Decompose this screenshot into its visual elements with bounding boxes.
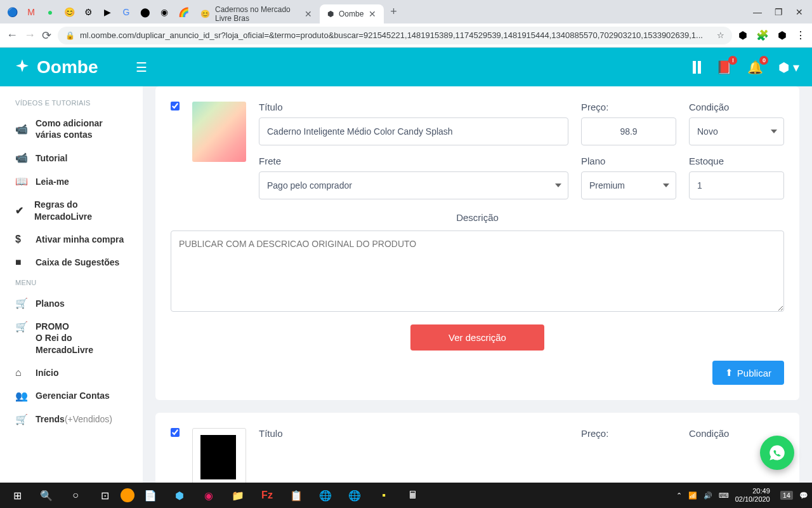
- taskbar-app[interactable]: ◉: [195, 485, 222, 505]
- close-window-button[interactable]: ✕: [796, 7, 803, 17]
- pinned-tab-whatsapp[interactable]: ●: [44, 6, 56, 18]
- taskbar-app[interactable]: ▪: [370, 485, 397, 505]
- pinned-tab-google[interactable]: G: [121, 6, 132, 18]
- sidebar-item-add-accounts[interactable]: 📹Como adicionar várias contas: [0, 112, 143, 146]
- sidebar-item-planos[interactable]: 🛒Planos: [0, 291, 143, 315]
- action-center-icon[interactable]: 💬: [799, 491, 808, 500]
- taskbar-app[interactable]: [121, 488, 134, 502]
- taskbar-calculator[interactable]: 🖩: [400, 485, 426, 505]
- taskbar-app[interactable]: 📄: [137, 485, 164, 505]
- user-menu[interactable]: ⬢ ▾: [778, 60, 799, 75]
- upload-icon: ⬆: [725, 367, 733, 378]
- taskbar-app[interactable]: ⬢: [166, 485, 193, 505]
- box-icon: ■: [15, 257, 28, 268]
- system-tray: ⌃ 📶 🔊 ⌨ 20:49 02/10/2020 14 💬: [676, 487, 808, 504]
- taskbar-app[interactable]: 📁: [225, 485, 251, 505]
- frete-select[interactable]: Pago pelo comprador: [259, 171, 568, 199]
- book-icon[interactable]: 📕!: [716, 60, 732, 75]
- dollar-icon: $: [15, 234, 28, 245]
- start-button[interactable]: ⊞: [4, 485, 30, 505]
- sidebar-item-readme[interactable]: 📖Leia-me: [0, 170, 143, 193]
- taskbar-chrome[interactable]: 🌐: [312, 485, 339, 505]
- hamburger-icon[interactable]: ☰: [136, 60, 147, 75]
- condicao-select[interactable]: Novo: [689, 117, 784, 145]
- bell-icon[interactable]: 🔔0: [747, 60, 763, 75]
- sidebar-item-suggestions[interactable]: ■Caixa de Sugestões: [0, 251, 143, 274]
- forward-button[interactable]: →: [24, 29, 36, 42]
- tab-title: Cadernos no Mercado Livre Bras: [215, 5, 299, 23]
- tab-favicon: 😊: [200, 10, 210, 18]
- whatsapp-float-button[interactable]: [760, 436, 794, 470]
- back-button[interactable]: ←: [6, 29, 18, 42]
- extensions-icon[interactable]: 🧩: [756, 29, 769, 41]
- tray-language[interactable]: ⌨: [719, 491, 729, 500]
- taskbar-app[interactable]: 📋: [283, 485, 310, 505]
- taskbar-filezilla[interactable]: Fz: [254, 485, 280, 505]
- chrome-menu-icon[interactable]: ⋮: [796, 29, 806, 41]
- estoque-input[interactable]: [689, 171, 784, 199]
- star-icon[interactable]: ☆: [717, 30, 724, 40]
- app-brand-text: Oombe: [37, 57, 98, 77]
- minimize-button[interactable]: —: [753, 7, 762, 17]
- cortana-button[interactable]: ○: [62, 485, 89, 505]
- main-content: Título Preço: Condição Novo Frete Pago p…: [143, 86, 812, 483]
- url-bar[interactable]: 🔒 ml.oombe.com/duplicar_anuncio_id_sr?lo…: [58, 27, 732, 44]
- home-icon: ⌂: [15, 367, 28, 378]
- sidebar-item-promo[interactable]: 🛒PROMOO Rei do MercadoLivre: [0, 315, 143, 361]
- select-checkbox[interactable]: [171, 102, 180, 110]
- sidebar-item-trends[interactable]: 🛒Trends(+Vendidos): [0, 408, 143, 431]
- tab-title: Oombe: [339, 10, 363, 18]
- plano-select[interactable]: Premium: [581, 171, 676, 199]
- descricao-label: Descrição: [171, 212, 784, 223]
- ver-descricao-button[interactable]: Ver descrição: [410, 324, 544, 351]
- tray-network-icon[interactable]: 📶: [688, 491, 697, 500]
- browser-tab[interactable]: 😊 Cadernos no Mercado Livre Bras ✕: [193, 1, 320, 27]
- book-icon: 📖: [15, 175, 28, 187]
- sidebar-item-rules[interactable]: ✔Regras do MercadoLivre: [0, 193, 143, 227]
- condicao-label: Condição: [689, 102, 784, 112]
- sidebar-item-accounts[interactable]: 👥Gerenciar Contas: [0, 384, 143, 408]
- publicar-button[interactable]: ⬆Publicar: [712, 361, 784, 385]
- maximize-button[interactable]: ❐: [775, 7, 783, 17]
- browser-toolbar: ← → ⟳ 🔒 ml.oombe.com/duplicar_anuncio_id…: [0, 23, 812, 48]
- windows-taskbar: ⊞ 🔍 ○ ⊡ 📄 ⬢ ◉ 📁 Fz 📋 🌐 🌐 ▪ 🖩 ⌃ 📶 🔊 ⌨ 20:…: [0, 483, 812, 508]
- tab-close-icon[interactable]: ✕: [369, 9, 376, 19]
- pinned-tab-icon[interactable]: 🔵: [6, 6, 18, 18]
- titulo-input[interactable]: [259, 117, 568, 145]
- pinned-tab-icon[interactable]: 🌈: [178, 6, 189, 18]
- pinned-tab-icon[interactable]: 😊: [63, 6, 75, 18]
- tray-chevron[interactable]: ⌃: [676, 491, 682, 500]
- tab-close-icon[interactable]: ✕: [304, 9, 312, 19]
- video-icon: 📹: [15, 123, 28, 135]
- select-checkbox[interactable]: [171, 428, 180, 437]
- taskview-button[interactable]: ⊡: [91, 485, 118, 505]
- whatsapp-icon: [768, 444, 786, 462]
- pinned-tab-icon[interactable]: ⚙: [82, 6, 94, 18]
- pause-button[interactable]: [693, 61, 701, 74]
- browser-extensions: ⬢ 🧩 ⬢ ⋮: [738, 29, 806, 41]
- extension-icon[interactable]: ⬢: [738, 29, 747, 41]
- sidebar-item-inicio[interactable]: ⌂Início: [0, 361, 143, 384]
- pinned-tabs: 🔵 M ● 😊 ⚙ ▶ G ⬤ ◉ 🌈: [3, 6, 193, 18]
- pinned-tab-github[interactable]: ⬤: [140, 6, 151, 18]
- extension-icon[interactable]: ⬢: [778, 29, 787, 41]
- tab-favicon: ⬢: [327, 10, 334, 18]
- tray-notifications[interactable]: 14: [780, 491, 793, 500]
- pinned-tab-play[interactable]: ▶: [102, 6, 113, 18]
- descricao-textarea[interactable]: [171, 231, 784, 312]
- sidebar-item-tutorial[interactable]: 📹Tutorial: [0, 146, 143, 170]
- pinned-tab-chrome[interactable]: ◉: [159, 6, 170, 18]
- reload-button[interactable]: ⟳: [42, 29, 51, 43]
- new-tab-button[interactable]: +: [390, 5, 397, 18]
- product-image: [192, 102, 246, 162]
- system-clock[interactable]: 20:49 02/10/2020: [735, 487, 774, 504]
- pinned-tab-gmail[interactable]: M: [25, 6, 37, 18]
- browser-tab-active[interactable]: ⬢ Oombe ✕: [320, 4, 384, 23]
- preco-input[interactable]: [581, 117, 676, 145]
- search-button[interactable]: 🔍: [33, 485, 60, 505]
- app-logo[interactable]: Oombe: [13, 57, 98, 77]
- estoque-label: Estoque: [689, 156, 784, 166]
- sidebar-item-activate[interactable]: $Ativar minha compra: [0, 228, 143, 251]
- tray-volume-icon[interactable]: 🔊: [704, 491, 712, 500]
- taskbar-chrome[interactable]: 🌐: [341, 485, 368, 505]
